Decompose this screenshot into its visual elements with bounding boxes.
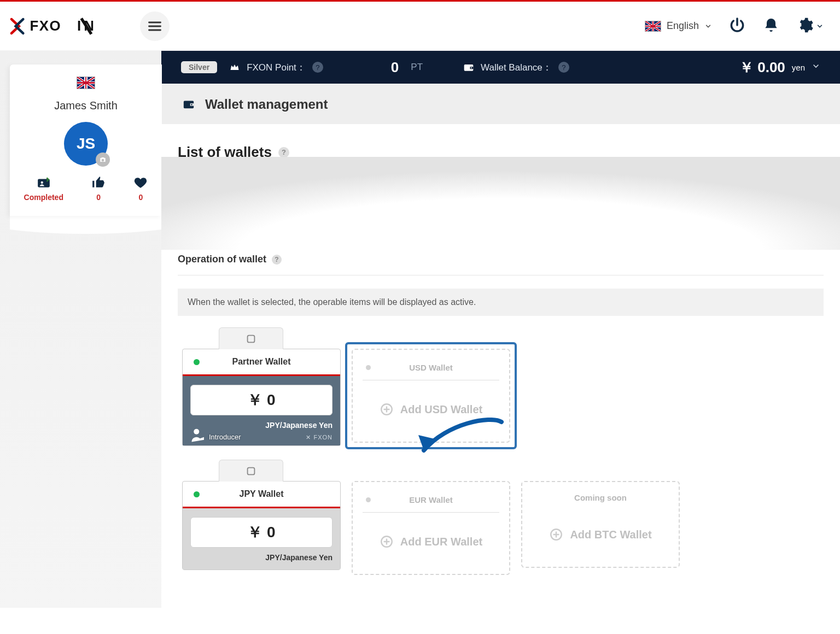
balance-value: ￥ 0.00 xyxy=(739,58,785,77)
svg-point-10 xyxy=(191,104,192,105)
svg-text:N: N xyxy=(84,18,94,33)
status-dot xyxy=(194,491,200,497)
introducer-label: Introducer xyxy=(190,433,241,441)
chevron-down-icon xyxy=(812,62,820,71)
box-icon xyxy=(245,465,257,477)
wallet-tab-button[interactable] xyxy=(219,460,283,482)
favorites-stat[interactable]: 0 xyxy=(133,175,148,202)
uk-flag-icon xyxy=(77,77,95,89)
add-btc-wallet-button: Add BTC Wallet xyxy=(532,518,669,551)
svg-point-12 xyxy=(194,429,199,435)
likes-stat[interactable]: 0 xyxy=(91,175,106,202)
wallet-amount: ￥ 0 xyxy=(190,517,332,548)
chevron-down-icon xyxy=(704,22,712,30)
camera-icon xyxy=(99,156,107,163)
heart-icon xyxy=(133,175,148,190)
language-label: English xyxy=(667,20,699,32)
avatar[interactable]: JS xyxy=(64,122,108,166)
arrow-annotation xyxy=(414,418,512,467)
crown-icon xyxy=(229,62,240,73)
tier-badge: Silver xyxy=(181,61,217,73)
status-dot xyxy=(194,359,200,365)
settings-menu[interactable] xyxy=(796,16,824,36)
wallet-title: JPY Wallet xyxy=(240,489,284,499)
svg-text:I: I xyxy=(77,18,81,33)
gear-icon xyxy=(796,16,814,34)
profile-status[interactable]: Completed xyxy=(24,175,63,202)
svg-text:FXO: FXO xyxy=(30,18,61,33)
wallet-title: USD Wallet xyxy=(409,363,452,372)
bell-icon xyxy=(762,16,780,34)
balance-unit: yen xyxy=(792,63,805,72)
chevron-down-icon xyxy=(816,22,824,30)
wallet-tab-button[interactable] xyxy=(219,327,283,349)
add-wallet-eur[interactable]: EUR Wallet Add EUR Wallet xyxy=(352,481,510,575)
plus-circle-icon xyxy=(549,527,563,542)
info-banner: When the wallet is selected, the operabl… xyxy=(178,289,824,316)
wallet-title: EUR Wallet xyxy=(409,495,452,504)
help-icon[interactable]: ? xyxy=(312,62,323,73)
id-card-icon xyxy=(37,175,51,190)
avatar-initials: JS xyxy=(77,135,95,152)
balance-selector[interactable]: ￥ 0.00 yen xyxy=(739,58,820,77)
wallet-icon xyxy=(463,62,474,73)
profile-status-label: Completed xyxy=(24,193,63,202)
brand-logo[interactable]: FXOIN xyxy=(10,16,118,37)
point-value: 0 xyxy=(391,59,399,76)
avatar-upload-button[interactable] xyxy=(96,152,110,167)
hamburger-menu-button[interactable] xyxy=(140,11,170,41)
content-panel: List of wallets ? Operation of wallet ? … xyxy=(161,124,840,608)
main-content: Silver FXON Point： ? 0 PT Wallet Balance… xyxy=(161,51,840,608)
wallet-title: Coming soon xyxy=(574,493,627,502)
svg-rect-11 xyxy=(248,335,255,342)
point-label: FXON Point： xyxy=(247,61,306,74)
wallet-icon xyxy=(181,98,196,110)
power-icon xyxy=(728,16,746,34)
top-bar: FXOIN English xyxy=(0,2,840,51)
svg-point-7 xyxy=(471,67,472,68)
language-selector[interactable]: English xyxy=(645,20,712,32)
info-bar: Silver FXON Point： ? 0 PT Wallet Balance… xyxy=(161,51,840,84)
wallet-currency: JPY/Japanese Yen xyxy=(190,553,332,562)
plus-circle-icon xyxy=(380,535,394,549)
power-button[interactable] xyxy=(728,16,746,36)
wallet-currency: JPY/Japanese Yen xyxy=(190,421,332,430)
person-icon xyxy=(190,427,207,443)
sidebar-curve xyxy=(10,216,161,265)
user-name: James Smith xyxy=(10,99,162,112)
operation-title: Operation of wallet xyxy=(178,254,266,265)
thumbs-up-icon xyxy=(91,175,106,190)
add-eur-wallet-button[interactable]: Add EUR Wallet xyxy=(363,525,499,559)
help-icon[interactable]: ? xyxy=(272,255,282,265)
point-unit: PT xyxy=(411,62,423,73)
box-icon xyxy=(245,333,257,345)
add-wallet-btc: Coming soon Add BTC Wallet xyxy=(521,481,680,568)
wallet-title: Partner Wallet xyxy=(232,357,291,367)
svg-point-13 xyxy=(381,404,392,415)
wallet-card-partner[interactable]: Partner Wallet ￥ 0 JPY/Japanese Yen Intr… xyxy=(182,349,341,446)
uk-flag-icon xyxy=(645,21,661,32)
decorative-wave xyxy=(161,157,840,250)
wallet-amount: ￥ 0 xyxy=(190,385,332,415)
favorites-count: 0 xyxy=(133,193,148,202)
notifications-button[interactable] xyxy=(762,16,780,36)
likes-count: 0 xyxy=(91,193,106,202)
plus-circle-icon xyxy=(380,402,394,416)
help-icon[interactable]: ? xyxy=(558,62,569,73)
svg-point-4 xyxy=(40,181,43,184)
page-title: Wallet management xyxy=(205,97,328,112)
user-card: James Smith JS Completed 0 0 xyxy=(10,64,162,216)
wallet-card-jpy[interactable]: JPY Wallet ￥ 0 JPY/Japanese Yen xyxy=(182,481,341,570)
hamburger-icon xyxy=(147,19,162,34)
help-icon[interactable]: ? xyxy=(278,147,289,158)
sidebar: James Smith JS Completed 0 0 xyxy=(0,51,161,608)
brand-mini-logo: ✕ FXON xyxy=(306,434,332,441)
svg-rect-14 xyxy=(248,467,255,474)
balance-label: Wallet Balance： xyxy=(481,61,552,74)
